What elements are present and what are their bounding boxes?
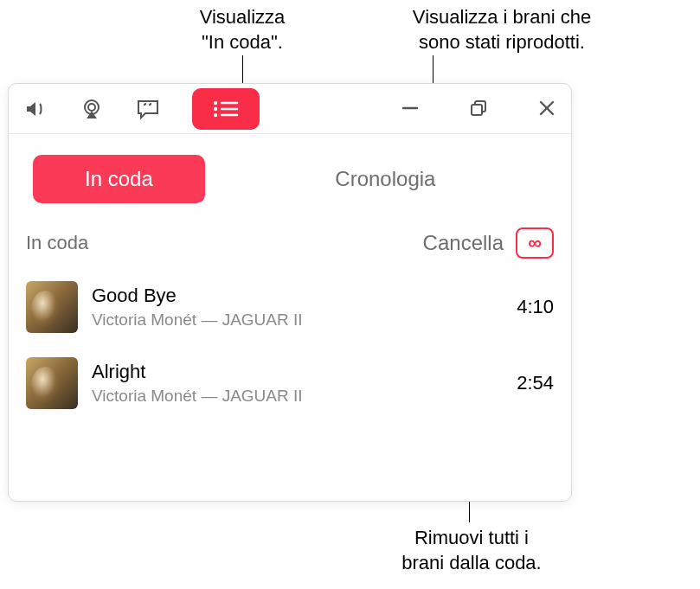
queue-section-header: In coda Cancella ∞ bbox=[9, 203, 571, 259]
track-row[interactable]: Good Bye Victoria Monét — JAGUAR II 4:10 bbox=[26, 269, 554, 345]
callout-clear: Rimuovi tutti ibrani dalla coda. bbox=[372, 526, 571, 575]
svg-point-5 bbox=[214, 100, 217, 104]
track-meta: Victoria Monét — JAGUAR II bbox=[92, 311, 503, 330]
svg-rect-9 bbox=[472, 105, 482, 115]
segmented-control: In coda Cronologia bbox=[9, 134, 571, 203]
callout-queue: Visualizza"In coda". bbox=[147, 5, 337, 54]
maximize-icon[interactable] bbox=[469, 99, 488, 118]
window-controls bbox=[401, 99, 556, 118]
callout-line bbox=[242, 55, 243, 83]
minimize-icon[interactable] bbox=[401, 99, 419, 118]
mini-player-window: In coda Cronologia In coda Cancella ∞ Go… bbox=[8, 83, 572, 502]
queue-button[interactable] bbox=[192, 88, 260, 130]
toolbar-icons bbox=[24, 88, 260, 130]
titlebar bbox=[9, 84, 571, 134]
autoplay-button[interactable]: ∞ bbox=[516, 227, 554, 259]
album-artwork bbox=[26, 357, 78, 409]
tab-in-coda[interactable]: In coda bbox=[33, 155, 205, 203]
svg-point-7 bbox=[214, 112, 217, 116]
close-icon[interactable] bbox=[538, 99, 556, 118]
clear-queue-button[interactable]: Cancella bbox=[423, 231, 504, 255]
track-title: Alright bbox=[92, 361, 503, 383]
lyrics-icon[interactable] bbox=[135, 98, 161, 120]
track-list: Good Bye Victoria Monét — JAGUAR II 4:10… bbox=[9, 259, 571, 421]
callout-history: Visualizza i brani chesono stati riprodo… bbox=[372, 5, 632, 54]
track-info: Good Bye Victoria Monét — JAGUAR II bbox=[92, 285, 503, 330]
track-title: Good Bye bbox=[92, 285, 503, 307]
track-info: Alright Victoria Monét — JAGUAR II bbox=[92, 361, 503, 406]
track-duration: 2:54 bbox=[517, 372, 554, 394]
queue-section-title: In coda bbox=[26, 232, 88, 254]
track-row[interactable]: Alright Victoria Monét — JAGUAR II 2:54 bbox=[26, 345, 554, 421]
track-duration: 4:10 bbox=[517, 296, 554, 318]
volume-icon[interactable] bbox=[24, 99, 48, 119]
svg-point-1 bbox=[88, 104, 95, 111]
album-artwork bbox=[26, 281, 78, 333]
airplay-icon[interactable] bbox=[80, 99, 104, 119]
track-meta: Victoria Monét — JAGUAR II bbox=[92, 387, 503, 406]
svg-point-6 bbox=[214, 106, 217, 110]
tab-cronologia[interactable]: Cronologia bbox=[224, 155, 547, 203]
